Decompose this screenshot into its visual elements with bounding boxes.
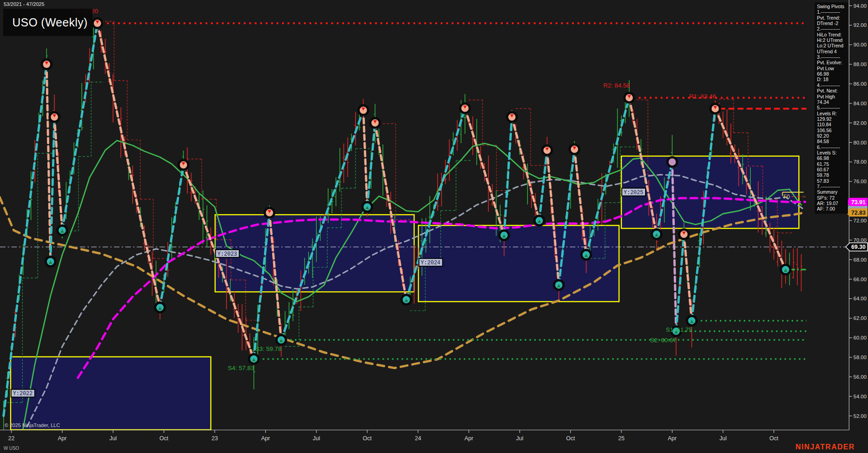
support-label: S4: 57.83 (228, 365, 254, 371)
panel-line: SP's: 72 (817, 195, 848, 201)
panel-line: 66.98 (817, 155, 848, 161)
zigzag-up-segment (367, 123, 375, 207)
panel-line: Pvt High (817, 94, 848, 99)
time-axis-label: Apr (261, 435, 270, 442)
price-axis-label: 90.00 (853, 42, 867, 47)
price-axis-label: 82.00 (853, 120, 867, 126)
panel-line: Pvt. Next: (817, 88, 848, 93)
support-label: S1: 61.75 (666, 326, 692, 333)
price-axis-label: 72.00 (853, 218, 867, 223)
price-chart[interactable]: F0R3: 92.20S4: 57.83S3: 59.78R2: 84.58S2… (0, 0, 868, 453)
year-box[interactable] (215, 215, 414, 292)
panel-line: 6.------------ (817, 144, 848, 150)
zigzag-down-segment (465, 108, 504, 236)
price-axis-label: 62.00 (853, 315, 867, 321)
zigzag-up-segment (160, 165, 183, 308)
instrument-title-box: USO (Weekly) (3, 9, 93, 36)
panel-line: 74.34 (817, 99, 848, 105)
zigzag-up-segment (51, 117, 55, 262)
panel-line: 84.58 (817, 139, 848, 144)
panel-line: Levels S: (817, 150, 848, 155)
price-axis-label: 70.00 (853, 237, 867, 243)
zigzag-down-segment (54, 117, 62, 231)
instrument-tag: W USO (4, 446, 19, 451)
year-box[interactable] (10, 357, 211, 430)
panel-line: HiLo Trend: (817, 32, 848, 37)
chart-window: F0R3: 92.20S4: 57.83S3: 59.78R2: 84.58S2… (0, 0, 868, 453)
panel-line: 60.67 (817, 167, 848, 172)
panel-line: AF: 7.00 (817, 206, 848, 211)
svg-text:72.83: 72.83 (851, 210, 865, 216)
panel-line: D: 18 (817, 77, 848, 82)
time-axis-label: Apr (58, 435, 67, 442)
time-axis-label: 22 (8, 435, 15, 442)
pivot-level-labels: R3: 92.20S4: 57.83S3: 59.78R2: 84.58S2: … (72, 8, 716, 371)
price-axis-label: 66.00 (853, 277, 867, 282)
zigzag-up-segment (504, 117, 512, 235)
panel-line: Pvt. Evolve: (817, 60, 848, 65)
zigzag-down-segment (363, 110, 367, 207)
f0-label: F0 (783, 194, 790, 200)
panel-line: 7.------------ (817, 184, 848, 189)
panel-line: 2.------------ (817, 26, 848, 31)
svg-text:Y:2024: Y:2024 (421, 260, 440, 266)
price-axis-label: 52.00 (853, 413, 867, 419)
zigzag-down-segment (512, 117, 539, 221)
ninjatrader-logo: NINJATRADER (796, 443, 855, 451)
price-axis-label: 76.00 (853, 179, 867, 184)
price-axis-label: 58.00 (853, 355, 867, 360)
price-axis-label: 54.00 (853, 394, 867, 399)
time-axis-label: Jul (313, 435, 320, 442)
panel-line: DTrend -2 (817, 21, 848, 26)
time-axis-label: Apr (668, 435, 677, 442)
time-axis-label: Oct (363, 435, 372, 442)
price-axis-label: 94.00 (853, 3, 867, 9)
support-label: S3: 59.78 (255, 345, 282, 352)
panel-line: Swing Pivots (817, 4, 848, 9)
time-axis-label: Oct (770, 435, 779, 442)
panel-line: 5.------------ (817, 105, 848, 110)
time-axis-label: Apr (465, 435, 473, 442)
swing-pivots-panel: Swing Pivots1.------------Pvt. Trend:DTr… (815, 2, 848, 214)
zigzag-up-segment (62, 23, 98, 230)
resistance-label: R1: 83.46 (689, 93, 716, 100)
panel-line: Pvt. Trend: (817, 15, 848, 21)
panel-line: 59.78 (817, 172, 848, 178)
panel-line: 66.98 (817, 71, 848, 77)
time-axis-label: Jul (719, 435, 727, 442)
panel-line: 57.83 (817, 178, 848, 184)
price-axis-label: 86.00 (853, 81, 867, 87)
zigzag-up-segment (539, 150, 547, 221)
price-axis-label: 88.00 (853, 62, 867, 67)
panel-line: Pvt Low (817, 66, 848, 71)
price-axis-label: 68.00 (853, 257, 867, 263)
date-range-label: 53/2021 - 47/2025 (4, 1, 44, 7)
price-axis-label: 56.00 (853, 374, 867, 380)
price-axis-label: 60.00 (853, 335, 867, 340)
panel-line: Hi:2 UTrend (817, 37, 848, 43)
svg-text:69.30: 69.30 (851, 244, 865, 250)
panel-line: 106.56 (817, 128, 848, 133)
zigzag-up-segment (676, 234, 684, 331)
time-axis-label: 25 (618, 435, 625, 442)
svg-text:Y:2022: Y:2022 (13, 391, 32, 397)
price-axis-label: 80.00 (853, 140, 867, 145)
panel-line: AR: 19.07 (817, 201, 848, 206)
panel-line: Summary (817, 189, 848, 195)
panel-line: 4.------------ (817, 82, 848, 88)
panel-line: 61.75 (817, 161, 848, 167)
time-axis-label: Jul (516, 435, 523, 442)
time-axis-label: Jul (109, 435, 117, 442)
year-box[interactable] (418, 226, 619, 302)
price-axis-label: 84.00 (853, 101, 867, 106)
svg-text:Y:2025: Y:2025 (624, 190, 643, 196)
support-label: S2: 60.67 (650, 337, 677, 344)
panel-line: UTrend 4 (817, 49, 848, 54)
resistance-label: R2: 84.58 (603, 82, 630, 89)
panel-line: Levels R: (817, 111, 848, 116)
pivot-high-dot[interactable] (667, 157, 677, 167)
time-axis-label: Oct (566, 435, 575, 442)
time-axis-label: Oct (160, 435, 169, 442)
time-axis-label: 24 (415, 435, 421, 442)
copyright-text: © 2025 NinjaTrader, LLC (5, 422, 60, 428)
